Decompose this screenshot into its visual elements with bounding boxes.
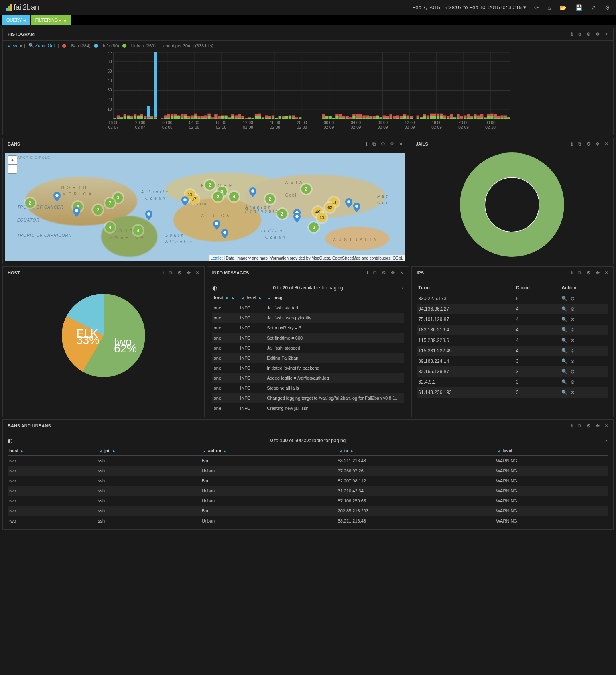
- copy-icon[interactable]: ⧉: [578, 31, 581, 37]
- table-row[interactable]: oneINFOAdded logfile = /var/log/auth.log: [212, 373, 404, 383]
- copy-icon[interactable]: ⧉: [373, 270, 377, 276]
- close-icon[interactable]: ✕: [604, 270, 608, 276]
- page-prev-icon[interactable]: ◐: [8, 437, 12, 444]
- col-jail[interactable]: ◂ jail ▸: [96, 446, 200, 456]
- search-icon[interactable]: 🔍: [561, 348, 567, 354]
- close-icon[interactable]: ✕: [604, 141, 608, 147]
- search-icon[interactable]: 🔍: [561, 317, 567, 322]
- ban-icon[interactable]: ⊘: [571, 306, 575, 312]
- gear-icon[interactable]: ⚙: [381, 141, 385, 147]
- tab-query[interactable]: QUERY ◂: [2, 15, 30, 25]
- table-row[interactable]: 89.163.224.143🔍⊘: [417, 356, 608, 366]
- col-term[interactable]: Term: [417, 283, 514, 293]
- table-row[interactable]: oneINFOJail 'ssh' started: [212, 303, 404, 313]
- tab-filtering[interactable]: FILTERING ◂ ★: [31, 15, 71, 25]
- map-marker[interactable]: [293, 213, 301, 222]
- table-row[interactable]: oneINFOCreating new jail 'ssh': [212, 403, 404, 413]
- search-icon[interactable]: 🔍: [561, 327, 567, 333]
- bans-map[interactable]: + − ARCTIC CIRCLE N O R T H A M E R I C …: [5, 153, 405, 261]
- map-marker[interactable]: [221, 229, 228, 238]
- table-row[interactable]: 83.222.5.1735🔍⊘: [417, 293, 608, 304]
- zoom-out-button[interactable]: −: [8, 165, 17, 173]
- info-icon[interactable]: ℹ: [571, 270, 573, 276]
- search-icon[interactable]: 🔍: [561, 379, 567, 385]
- map-cluster[interactable]: 2: [93, 205, 103, 215]
- page-next-icon[interactable]: →: [398, 285, 404, 291]
- refresh-icon[interactable]: ⟳: [534, 4, 539, 11]
- table-row[interactable]: oneINFOExiting Fail2ban: [212, 353, 404, 363]
- close-icon[interactable]: ✕: [400, 270, 404, 276]
- move-icon[interactable]: ✥: [596, 31, 600, 37]
- zoom-out-link[interactable]: 🔍 Zoom Out: [28, 43, 55, 48]
- ban-icon[interactable]: ⊘: [571, 358, 575, 364]
- close-icon[interactable]: ✕: [604, 31, 608, 37]
- ban-icon[interactable]: ⊘: [571, 296, 575, 301]
- ban-icon[interactable]: ⊘: [571, 369, 575, 374]
- gear-icon[interactable]: ⚙: [586, 423, 591, 429]
- search-icon[interactable]: 🔍: [561, 338, 567, 343]
- table-row[interactable]: 75.101.129.874🔍⊘: [417, 314, 608, 325]
- table-row[interactable]: oneINFOStopping all jails: [212, 383, 404, 393]
- map-cluster[interactable]: 2: [277, 209, 287, 219]
- search-icon[interactable]: 🔍: [561, 390, 567, 395]
- gear-icon[interactable]: ⚙: [586, 270, 591, 276]
- col-host[interactable]: host ▸: [8, 446, 96, 456]
- gear-icon[interactable]: ⚙: [586, 31, 591, 37]
- table-row[interactable]: 82.165.139.873🔍⊘: [417, 366, 608, 377]
- map-cluster[interactable]: 4: [105, 222, 115, 232]
- search-icon[interactable]: 🔍: [561, 358, 567, 364]
- table-row[interactable]: twosshUnban87.106.250.65WARNING: [8, 496, 608, 506]
- search-icon[interactable]: 🔍: [561, 296, 567, 301]
- view-link[interactable]: View: [8, 43, 17, 48]
- copy-icon[interactable]: ⧉: [169, 270, 173, 276]
- map-marker[interactable]: [213, 220, 220, 230]
- col-count[interactable]: Count: [514, 283, 560, 293]
- ban-icon[interactable]: ⊘: [571, 379, 575, 385]
- map-marker[interactable]: [73, 207, 80, 217]
- map-cluster[interactable]: 11: [317, 213, 327, 222]
- map-cluster[interactable]: 4: [133, 226, 143, 235]
- move-icon[interactable]: ✥: [187, 270, 191, 276]
- copy-icon[interactable]: ⧉: [578, 423, 581, 429]
- app-logo[interactable]: fail2ban: [6, 3, 39, 12]
- map-marker[interactable]: [345, 198, 352, 208]
- map-cluster[interactable]: 2: [301, 184, 311, 194]
- search-icon[interactable]: 🔍: [561, 306, 567, 312]
- col-action[interactable]: Action: [560, 283, 608, 293]
- table-row[interactable]: oneINFOInitiated 'pyinotify' backend: [212, 363, 404, 373]
- close-icon[interactable]: ✕: [604, 423, 608, 429]
- ban-icon[interactable]: ⊘: [571, 338, 575, 343]
- table-row[interactable]: twosshBan202.85.213.203WARNING: [8, 506, 608, 516]
- gear-icon[interactable]: ⚙: [586, 141, 591, 147]
- table-row[interactable]: oneINFOSet findtime = 600: [212, 333, 404, 343]
- ban-icon[interactable]: ⊘: [571, 390, 575, 395]
- table-row[interactable]: 115.231.222.454🔍⊘: [417, 346, 608, 356]
- page-next-icon[interactable]: →: [603, 437, 608, 444]
- table-row[interactable]: 61.143.236.1933🔍⊘: [417, 387, 608, 398]
- map-marker[interactable]: [249, 187, 256, 197]
- col-host[interactable]: host ▾ ▸: [212, 293, 239, 303]
- table-row[interactable]: twosshUnban77.236.97.26WARNING: [8, 466, 608, 476]
- table-row[interactable]: twosshUnban58.211.216.43WARNING: [8, 516, 608, 526]
- table-row[interactable]: twosshBan82.207.98.112WARNING: [8, 476, 608, 486]
- histogram-chart[interactable]: 1020304050607016:0002-0720:0002-0700:000…: [8, 52, 608, 130]
- info-icon[interactable]: ℹ: [571, 31, 573, 37]
- table-row[interactable]: 183.136.216.44🔍⊘: [417, 325, 608, 335]
- ban-icon[interactable]: ⊘: [571, 327, 575, 333]
- jails-donut-chart[interactable]: [411, 150, 613, 259]
- info-icon[interactable]: ℹ: [162, 270, 164, 276]
- close-icon[interactable]: ✕: [399, 141, 403, 147]
- map-cluster[interactable]: 3: [113, 193, 123, 203]
- folder-open-icon[interactable]: 📂: [560, 4, 567, 11]
- settings-icon[interactable]: ⚙: [605, 4, 610, 11]
- map-marker[interactable]: [145, 210, 152, 220]
- host-pie-chart[interactable]: ELK 33% two 62%: [3, 279, 204, 392]
- copy-icon[interactable]: ⧉: [578, 270, 581, 276]
- share-icon[interactable]: ↗: [591, 4, 596, 11]
- map-marker[interactable]: [353, 203, 360, 212]
- table-row[interactable]: 115.239.228.64🔍⊘: [417, 335, 608, 346]
- move-icon[interactable]: ✥: [390, 141, 394, 147]
- col-level[interactable]: ◂ level ▸: [238, 293, 265, 303]
- search-icon[interactable]: 🔍: [561, 369, 567, 374]
- table-row[interactable]: oneINFOSet maxRetry = 6: [212, 323, 404, 333]
